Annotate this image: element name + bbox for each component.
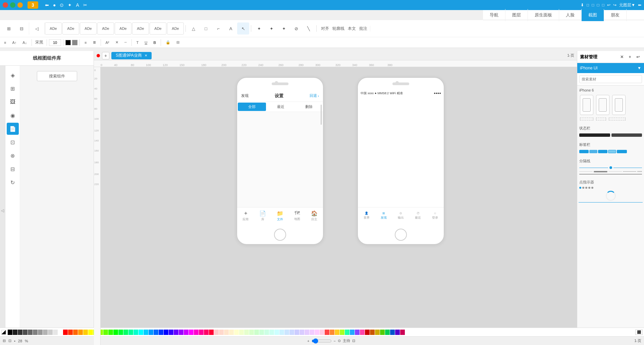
phone1-footer-map[interactable]: 🗺 地图 [294, 210, 300, 221]
rs-phone-item-2[interactable] [596, 95, 609, 115]
color-swatch[interactable] [123, 330, 128, 335]
superscript-button[interactable]: A² [103, 39, 112, 47]
color-swatch[interactable] [395, 330, 400, 335]
phone2-footer-login[interactable]: ☆ 登录 [432, 212, 438, 220]
phone1-tab-all[interactable]: 全部 [238, 103, 266, 111]
phone2-footer-output[interactable]: ⊙ 输出 [398, 212, 404, 220]
rs-sep-blue-1[interactable] [579, 168, 608, 168]
color-swatch[interactable] [274, 330, 279, 335]
add-page-button[interactable]: + [102, 52, 109, 59]
rs-add-btn[interactable]: + [627, 54, 633, 60]
phone2-footer-recent[interactable]: ⏱ 最近 [415, 212, 421, 220]
color-swatch[interactable] [174, 330, 178, 335]
phone1-footer-lib[interactable]: 📄 库 [259, 210, 266, 222]
color-swatch[interactable] [38, 330, 43, 335]
color-swatch[interactable] [8, 330, 12, 335]
rs-blue-tab-5[interactable] [617, 150, 627, 153]
color-swatch[interactable] [279, 330, 284, 335]
sidebar-collapse-button[interactable]: ◁ [0, 66, 5, 345]
color-swatch[interactable] [239, 330, 244, 335]
history-fwd-icon[interactable]: ↪ [613, 3, 616, 7]
color-swatch[interactable] [184, 330, 189, 335]
rs-blue-tab-3[interactable] [598, 150, 607, 153]
color-swatch[interactable] [144, 330, 148, 335]
hand-button[interactable]: ✦ [66, 2, 73, 8]
color-swatch[interactable] [154, 330, 158, 335]
color-swatch[interactable] [118, 330, 123, 335]
nav-screenshot[interactable]: 截图 [582, 9, 604, 21]
phone2-home-button[interactable] [395, 229, 407, 241]
rs-sep-gray-3[interactable] [608, 171, 622, 172]
font-color-picker[interactable] [65, 40, 71, 45]
minimize-button[interactable] [10, 2, 15, 8]
color-swatch[interactable] [259, 330, 264, 335]
rs-dot-3[interactable] [588, 187, 590, 189]
phone1-home-button[interactable] [274, 229, 286, 241]
statusbar-fullscreen-icon[interactable]: ⊡ [352, 339, 355, 343]
canvas-area[interactable]: + S图通9PA业商 ✕ 1-页 0 40 80 100 120 150 180… [94, 51, 577, 345]
undo-button[interactable]: ⬅ [44, 2, 50, 8]
font-sample-7[interactable]: ADe [150, 22, 166, 35]
zoom-slider[interactable] [312, 338, 332, 344]
rsp-toggle-btn[interactable]: ▼ [637, 66, 641, 70]
font-sample-8[interactable]: ADe [167, 22, 184, 35]
color-swatch[interactable] [28, 330, 33, 335]
align-left-button[interactable]: ≡ [1, 39, 9, 47]
back-icon[interactable]: ⬅ [638, 3, 641, 7]
phone1-tab-recent[interactable]: 最近 [267, 102, 295, 112]
maximize-button[interactable] [17, 2, 23, 8]
crop-button[interactable]: ✂ [82, 2, 89, 8]
color-swatch[interactable] [254, 330, 259, 335]
rs-sep-blue-2[interactable] [613, 168, 642, 168]
search-component-button[interactable]: 搜索组件 [37, 71, 77, 81]
layer-btn[interactable]: 元图层▼ [619, 2, 635, 8]
color-swatch[interactable] [224, 330, 229, 335]
nav-face[interactable]: 人脸 [559, 9, 582, 21]
font-sample-3[interactable]: ADe [80, 22, 97, 35]
color-swatch[interactable] [194, 330, 199, 335]
color-swatch[interactable] [234, 330, 239, 335]
rs-phone-item-3[interactable] [612, 95, 626, 115]
statusbar-minus-icon[interactable]: − [334, 339, 336, 343]
statusbar-add-icon[interactable]: + [307, 339, 309, 343]
color-swatch[interactable] [249, 330, 254, 335]
color-swatch[interactable] [340, 330, 344, 335]
color-swatch[interactable] [330, 330, 334, 335]
font-sample-6[interactable]: ADe [132, 22, 149, 35]
color-swatch[interactable] [264, 330, 269, 335]
font-size-input[interactable] [49, 39, 61, 46]
nav-grid-tool[interactable]: ⊞ [7, 82, 19, 95]
color-swatch[interactable] [385, 330, 390, 335]
fit-page-button[interactable]: ⊞ [3, 22, 15, 35]
color-swatch[interactable] [390, 330, 395, 335]
color-swatch[interactable] [33, 330, 38, 335]
line-tool[interactable]: ╲ [303, 22, 315, 35]
color-swatch[interactable] [365, 330, 370, 335]
color-swatch[interactable] [269, 330, 274, 335]
bold-button[interactable]: B [151, 39, 159, 47]
rs-dashed-2[interactable] [596, 118, 606, 120]
close-button[interactable] [3, 2, 8, 8]
bg-color-picker[interactable] [72, 40, 77, 45]
rs-blue-tab-1[interactable] [579, 150, 589, 153]
canvas-tab-main[interactable]: S图通9PA业商 ✕ [111, 52, 152, 59]
color-swatch[interactable] [375, 330, 380, 335]
color-swatch[interactable] [108, 330, 113, 335]
rs-dot-1[interactable] [582, 187, 584, 189]
color-swatch[interactable] [229, 330, 234, 335]
redo-button[interactable]: ● [52, 2, 57, 8]
color-swatch[interactable] [355, 330, 360, 335]
strikethrough-button[interactable]: ✕ [113, 39, 121, 47]
rs-history-btn[interactable]: ↩ [635, 54, 641, 60]
font-smaller-button[interactable]: A↓ [20, 39, 30, 47]
rs-status-dark-2[interactable] [611, 133, 642, 137]
color-swatch[interactable] [23, 330, 28, 335]
canvas-tab-close[interactable]: ✕ [145, 54, 147, 57]
strikethrough2-button[interactable]: ╌ [122, 39, 129, 47]
rs-sep-gray-1[interactable] [579, 171, 593, 172]
color-swatch[interactable] [294, 330, 299, 335]
color-swatch[interactable] [48, 330, 53, 335]
font-sample-5[interactable]: ADe [115, 22, 131, 35]
color-swatch[interactable] [380, 330, 385, 335]
rs-close-btn[interactable]: ✕ [619, 54, 625, 60]
